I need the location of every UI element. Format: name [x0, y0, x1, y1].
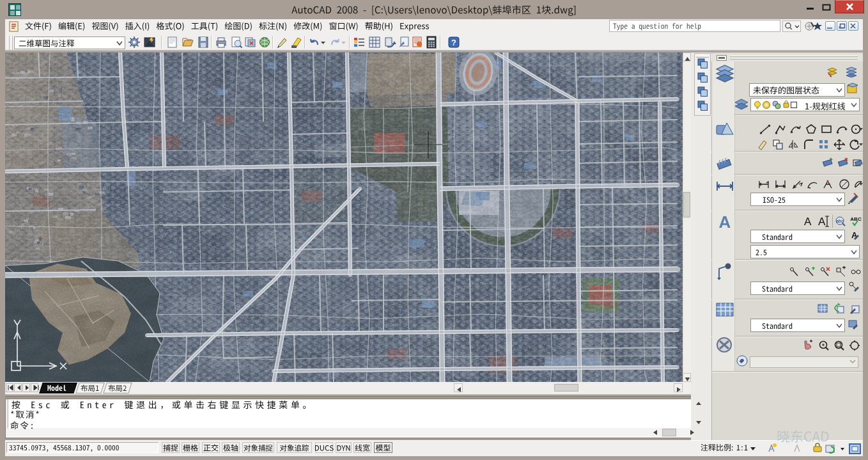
svg-text:ABC: ABC [850, 216, 862, 222]
svg-text:?: ? [451, 38, 456, 47]
svg-text:A: A [719, 212, 731, 232]
svg-text:abc: abc [836, 219, 844, 223]
